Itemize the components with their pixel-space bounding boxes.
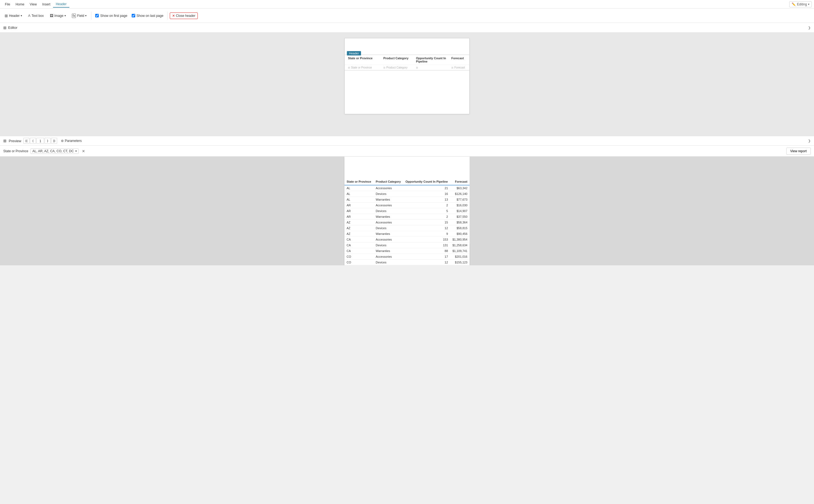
show-first-page-checkbox-label[interactable]: Show on first page (94, 13, 129, 19)
table-cell: CA (344, 248, 374, 254)
editor-table-header: State or Province Product Category Oppor… (345, 55, 469, 65)
cell-product: ⊞ Product Category (382, 66, 415, 70)
text-box-icon: A (28, 14, 30, 18)
prev-page-btn[interactable]: ⟨ (30, 138, 36, 144)
table-cell: CA (344, 237, 374, 242)
table-cell: AZ (344, 220, 374, 225)
table-cell: CA (344, 242, 374, 248)
editor-area: Header State or Province Product Categor… (0, 33, 814, 136)
image-btn-label: Image (54, 14, 63, 18)
preview-table-header: State or Province Product Category Oppor… (344, 178, 470, 185)
table-row: CAAccessories153$1,380,954 (344, 237, 470, 242)
col-product: Product Category (382, 56, 415, 64)
ribbon: ⊞ Header ▾ A Text box 🖼 Image ▾ fx Field… (0, 9, 814, 23)
table-cell: Accessories (374, 237, 403, 242)
clear-params-button[interactable]: ✕ (81, 149, 86, 153)
field-icon-opportunity: ⊞ (416, 66, 418, 69)
state-province-param-value[interactable]: AL, AR, AZ, CA, CO, CT, DC ▾ (30, 148, 79, 154)
menu-insert[interactable]: Insert (39, 1, 53, 7)
menu-file[interactable]: File (2, 1, 13, 7)
state-province-param-label: State or Province (3, 149, 28, 153)
show-last-page-checkbox[interactable] (132, 14, 135, 17)
table-cell-numeric: 16 (403, 191, 450, 197)
first-page-btn[interactable]: ⟨⟨ (23, 138, 29, 144)
show-last-page-checkbox-label[interactable]: Show on last page (130, 13, 165, 19)
col-opportunity: Opportunity Count In Pipeline (415, 56, 450, 64)
menu-home[interactable]: Home (13, 1, 27, 7)
next-page-btn[interactable]: ⟩ (45, 138, 51, 144)
report-canvas: Header State or Province Product Categor… (344, 38, 470, 114)
pencil-icon: ✏️ (792, 2, 796, 6)
show-first-page-checkbox[interactable] (95, 14, 99, 17)
cell-product-label: Product Category (386, 66, 408, 69)
param-value-text: AL, AR, AZ, CA, CO, CT, DC (32, 149, 74, 153)
table-row: AZDevices12$58,815 (344, 225, 470, 231)
table-row: CODevices12$155,123 (344, 260, 470, 265)
table-cell: AL (344, 185, 374, 191)
field-button[interactable]: fx Field ▾ (69, 12, 89, 19)
table-row: AZWarranties9$90,456 (344, 231, 470, 237)
table-cell: AL (344, 191, 374, 197)
preview-bar-expand-icon[interactable]: ❯ (808, 139, 811, 143)
table-row: COAccessories17$201,016 (344, 254, 470, 260)
last-page-btn[interactable]: ⟩⟩ (51, 138, 57, 144)
th-opportunity: Opportunity Count In Pipeline (403, 178, 450, 185)
header-button[interactable]: ⊞ Header ▾ (2, 12, 24, 19)
ribbon-separator-1 (91, 12, 91, 20)
th-state: State or Province (344, 178, 374, 185)
show-last-page-label: Show on last page (136, 14, 163, 18)
editor-table-data-row: ⊞ State or Province ⊞ Product Category ⊞… (345, 65, 469, 70)
table-cell-currency: $58,815 (450, 225, 470, 231)
view-report-button[interactable]: View report (786, 148, 811, 155)
parameters-label: Parameters (65, 139, 82, 143)
header-icon: ⊞ (5, 14, 8, 18)
table-cell: Devices (374, 208, 403, 214)
editor-icon: ⊞ (3, 26, 7, 30)
table-cell: AR (344, 203, 374, 208)
table-cell: AR (344, 208, 374, 214)
table-cell: Devices (374, 225, 403, 231)
table-cell-currency: $1,258,634 (450, 242, 470, 248)
preview-bar: ⊞ Preview ⟨⟨ ⟨ 1 ⟩ ⟩⟩ ⊜ Parameters ❯ (0, 136, 814, 146)
table-cell: AZ (344, 225, 374, 231)
cell-forecast-label: Forecast (454, 66, 465, 69)
table-cell: Warranties (374, 197, 403, 203)
table-row: ARDevices5$14,907 (344, 208, 470, 214)
preview-top-space (344, 157, 470, 178)
menu-view[interactable]: View (27, 1, 39, 7)
filter-icon: ⊜ (61, 139, 64, 143)
table-row: ARAccessories2$16,030 (344, 203, 470, 208)
image-button[interactable]: 🖼 Image ▾ (47, 12, 68, 19)
table-cell: Devices (374, 242, 403, 248)
parameters-button[interactable]: ⊜ Parameters (59, 138, 83, 143)
table-cell-numeric: 9 (403, 231, 450, 237)
table-cell-numeric: 15 (403, 220, 450, 225)
table-cell-currency: $155,123 (450, 260, 470, 265)
close-header-label: Close header (176, 14, 195, 18)
editing-label: Editing (797, 2, 807, 6)
cell-state-label: State or Province (351, 66, 372, 69)
table-cell-currency: $201,016 (450, 254, 470, 260)
table-cell-currency: $58,364 (450, 220, 470, 225)
header-section: Header State or Province Product Categor… (345, 55, 469, 70)
editor-section-bar: ⊞ Editor ❯ (0, 23, 814, 33)
table-cell: Devices (374, 260, 403, 265)
page-number[interactable]: 1 (36, 138, 44, 144)
menu-header[interactable]: Header (53, 1, 69, 8)
image-icon: 🖼 (50, 14, 53, 18)
editing-badge[interactable]: ✏️ Editing ▾ (789, 1, 812, 7)
table-cell-currency: $77,673 (450, 197, 470, 203)
col-state: State or Province (347, 56, 382, 64)
text-box-button[interactable]: A Text box (26, 12, 46, 19)
preview-table-body: ALAccessories21$63,342ALDevices16$126,14… (344, 185, 470, 265)
table-cell: Warranties (374, 231, 403, 237)
table-cell-currency: $126,140 (450, 191, 470, 197)
table-cell-numeric: 88 (403, 248, 450, 254)
table-cell-numeric: 12 (403, 225, 450, 231)
table-cell-numeric: 21 (403, 185, 450, 191)
table-cell-currency: $37,550 (450, 214, 470, 220)
section-bar-expand-icon[interactable]: ❯ (808, 26, 811, 30)
table-cell-numeric: 2 (403, 203, 450, 208)
table-cell-currency: $1,380,954 (450, 237, 470, 242)
close-header-button[interactable]: ✕ Close header (170, 13, 198, 19)
